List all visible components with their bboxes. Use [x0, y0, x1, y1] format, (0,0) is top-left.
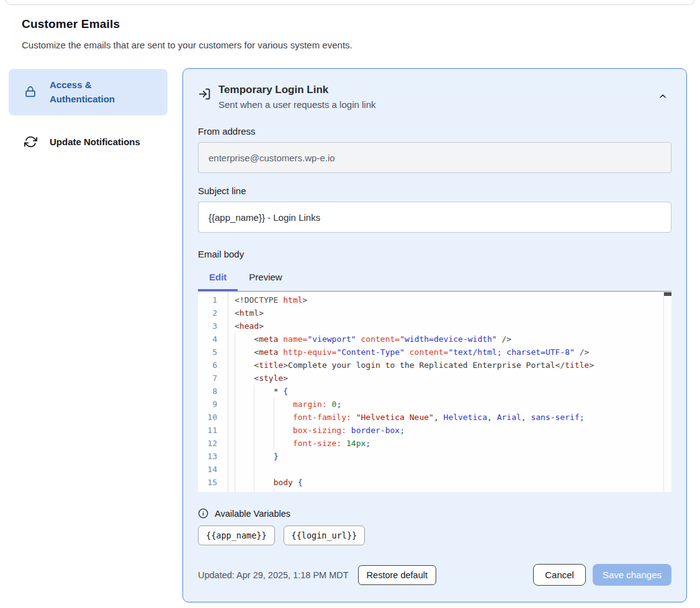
line-number: 2 [198, 306, 225, 320]
editor-scrollbar[interactable] [663, 292, 671, 492]
line-number: 16 [198, 489, 225, 492]
from-address-label: From address [198, 126, 671, 136]
panel-header-text: Temporary Login Link Sent when a user re… [218, 84, 375, 110]
previous-card-bottom-edge [5, 0, 695, 5]
email-body-label: Email body [198, 249, 671, 259]
sidebar: Access & Authentication Update Notificat… [9, 69, 168, 158]
indent-guide [235, 463, 235, 476]
indent-guide [274, 437, 274, 450]
code-line: 12 font-size: 14px; [198, 437, 671, 450]
indent-guide [254, 463, 254, 476]
indent-guide [274, 424, 274, 437]
tab-edit[interactable]: Edit [198, 267, 238, 291]
code-editor-lines: 1<!DOCTYPE html>2<html>3<head>4 <meta na… [198, 292, 671, 492]
code-line: 13 } [198, 450, 671, 463]
tab-preview[interactable]: Preview [238, 267, 293, 291]
line-number: 4 [198, 333, 225, 346]
restore-default-button[interactable]: Restore default [358, 565, 436, 585]
panel-footer: Updated: Apr 29, 2025, 1:18 PM MDT Resto… [198, 564, 671, 586]
save-changes-button[interactable]: Save changes [593, 564, 671, 586]
email-body-tabs: Edit Preview [198, 267, 671, 291]
code-line: 4 <meta name="viewport" content="width=d… [198, 333, 671, 346]
line-number: 12 [198, 437, 225, 450]
code-line: 9 margin: 0; [198, 398, 671, 411]
indent-guide [274, 398, 274, 411]
gutter-divider [228, 292, 228, 492]
indent-guide [254, 437, 254, 450]
sidebar-item-access-authentication[interactable]: Access & Authentication [9, 69, 168, 115]
line-number: 15 [198, 476, 225, 489]
updated-timestamp: Updated: Apr 29, 2025, 1:18 PM MDT [198, 570, 349, 580]
login-icon [198, 87, 211, 101]
indent-guide [274, 411, 274, 424]
from-address-input [198, 142, 671, 173]
subject-line-label: Subject line [198, 186, 671, 196]
indent-guide [254, 385, 254, 398]
code-line: 10 font-family: "Helvetica Neue", Helvet… [198, 411, 671, 424]
indent-guide [235, 424, 235, 437]
code-line: 1<!DOCTYPE html> [198, 293, 671, 306]
code-line: 15 body { [198, 476, 671, 489]
indent-guide [254, 476, 254, 489]
chevron-up-icon [658, 91, 668, 101]
refresh-icon [24, 135, 37, 149]
editor-scrollbar-thumb[interactable] [664, 292, 671, 296]
indent-guide [235, 437, 235, 450]
line-number: 13 [198, 450, 225, 463]
panel-title: Temporary Login Link [218, 84, 375, 96]
code-line: 16 background-color: #ffffff; [198, 489, 671, 492]
line-number: 11 [198, 424, 225, 437]
indent-guide [254, 411, 254, 424]
panel-header: Temporary Login Link Sent when a user re… [198, 84, 671, 110]
indent-guide [235, 346, 235, 359]
page-title: Customer Emails [22, 17, 518, 31]
code-line: 7 <style> [198, 372, 671, 385]
code-line: 14 [198, 463, 671, 476]
page-subtitle: Customize the emails that are sent to yo… [22, 40, 518, 50]
variable-chips: {{app_name}} {{login_url}} [198, 525, 671, 545]
indent-guide [274, 489, 274, 492]
line-number: 9 [198, 398, 225, 411]
variable-chip[interactable]: {{login_url}} [284, 525, 366, 545]
indent-guide [254, 450, 254, 463]
variable-chip[interactable]: {{app_name}} [198, 525, 275, 545]
sidebar-item-label: Access & Authentication [50, 78, 155, 107]
page-header: Customer Emails Customize the emails tha… [22, 17, 518, 50]
line-number: 8 [198, 385, 225, 398]
code-line: 3<head> [198, 320, 671, 333]
sidebar-item-update-notifications[interactable]: Update Notifications [9, 127, 168, 158]
collapse-panel-button[interactable] [657, 90, 669, 102]
indent-guide [254, 398, 254, 411]
code-line: 8 * { [198, 385, 671, 398]
panel-subtitle: Sent when a user requests a login link [218, 99, 375, 110]
info-icon [198, 508, 209, 519]
indent-guide [235, 385, 235, 398]
sidebar-item-label: Update Notifications [50, 136, 140, 147]
indent-guide [235, 333, 235, 346]
cancel-button[interactable]: Cancel [533, 564, 586, 586]
code-line: 6 <title>Complete your login to the Repl… [198, 359, 671, 372]
line-number: 6 [198, 359, 225, 372]
indent-guide [235, 476, 235, 489]
indent-guide [254, 489, 254, 492]
line-number: 3 [198, 320, 225, 333]
line-number: 5 [198, 346, 225, 359]
line-number: 1 [198, 293, 225, 306]
code-line: 11 box-sizing: border-box; [198, 424, 671, 437]
indent-guide [235, 359, 235, 372]
line-number: 10 [198, 411, 225, 424]
line-number: 14 [198, 463, 225, 476]
indent-guide [235, 372, 235, 385]
available-variables-label: Available Variables [215, 509, 290, 519]
available-variables-header: Available Variables [198, 508, 671, 519]
indent-guide [254, 424, 254, 437]
subject-line-input[interactable] [198, 202, 671, 233]
indent-guide [235, 450, 235, 463]
indent-guide [235, 489, 235, 492]
indent-guide [235, 398, 235, 411]
code-editor[interactable]: 1<!DOCTYPE html>2<html>3<head>4 <meta na… [198, 291, 671, 492]
email-template-panel: Temporary Login Link Sent when a user re… [182, 68, 687, 602]
code-line: 2<html> [198, 306, 671, 320]
code-line: 5 <meta http-equiv="Content-Type" conten… [198, 346, 671, 359]
lock-icon [24, 85, 37, 99]
